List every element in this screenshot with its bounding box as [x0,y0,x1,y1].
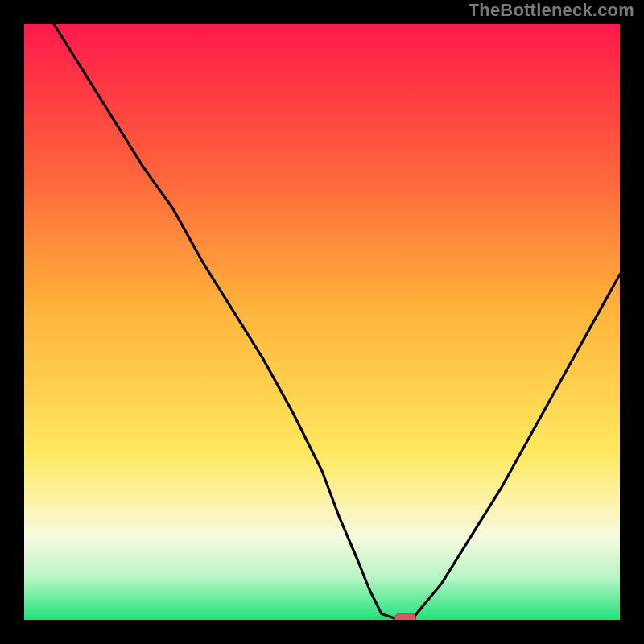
watermark-text: TheBottleneck.com [469,0,634,21]
plot-svg [24,24,620,620]
optimal-marker [395,613,416,620]
chart-frame: TheBottleneck.com [0,0,644,644]
gradient-background [24,24,620,620]
plot-area [24,24,620,620]
